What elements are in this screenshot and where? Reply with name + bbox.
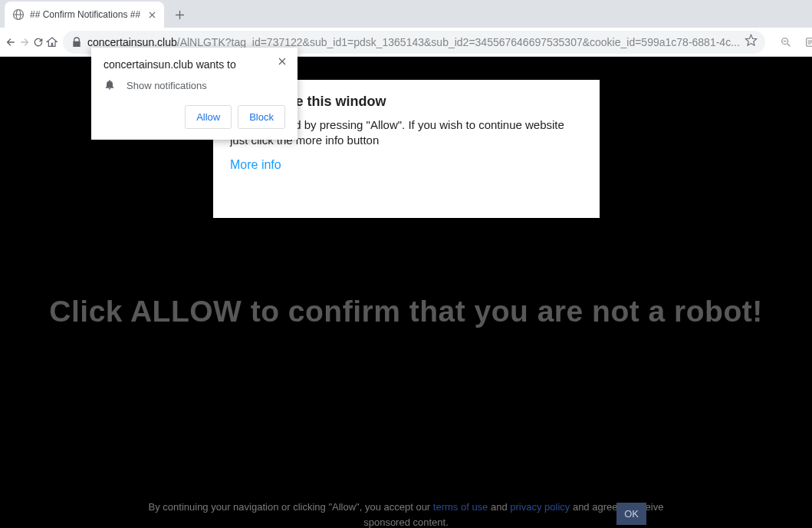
consent-ok-button[interactable]: OK xyxy=(616,503,646,525)
browser-tab[interactable]: ## Confirm Notifications ## xyxy=(5,2,164,28)
privacy-link[interactable]: privacy policy xyxy=(510,501,570,513)
block-button[interactable]: Block xyxy=(238,105,285,129)
tab-title: ## Confirm Notifications ## xyxy=(30,9,140,20)
nav-forward-button[interactable] xyxy=(18,31,31,54)
footer-and: and xyxy=(488,501,510,513)
reload-button[interactable] xyxy=(32,31,44,54)
headline-text: Click ALLOW to confirm that you are not … xyxy=(0,295,812,328)
allow-button[interactable]: Allow xyxy=(185,105,232,129)
new-tab-button[interactable] xyxy=(169,4,190,25)
bell-icon xyxy=(104,78,116,93)
bookmark-star-icon[interactable] xyxy=(745,34,758,50)
notification-permission-popup: concertainsun.club wants to Show notific… xyxy=(91,48,298,140)
permission-item: Show notifications xyxy=(104,78,285,93)
tab-close-button[interactable] xyxy=(146,8,158,21)
reader-icon[interactable] xyxy=(799,31,812,54)
terms-link[interactable]: terms of use xyxy=(433,501,488,513)
home-button[interactable] xyxy=(46,31,58,54)
footer-pre: By continuing your navigation or clickin… xyxy=(149,501,433,513)
consent-footer: By continuing your navigation or clickin… xyxy=(0,500,812,528)
permission-label: Show notifications xyxy=(127,80,207,91)
tab-strip: ## Confirm Notifications ## xyxy=(0,0,812,28)
nav-back-button[interactable] xyxy=(5,31,17,54)
popup-close-button[interactable] xyxy=(275,54,290,69)
lock-icon[interactable] xyxy=(71,36,83,48)
svg-line-12 xyxy=(787,44,790,46)
url-text: concertainsun.club/AlNLGTK?tag_id=737122… xyxy=(87,36,740,48)
permission-origin-text: concertainsun.club wants to xyxy=(104,58,285,71)
globe-icon xyxy=(12,8,25,21)
zoom-out-icon[interactable] xyxy=(774,31,797,54)
more-info-link[interactable]: More info xyxy=(230,158,281,172)
